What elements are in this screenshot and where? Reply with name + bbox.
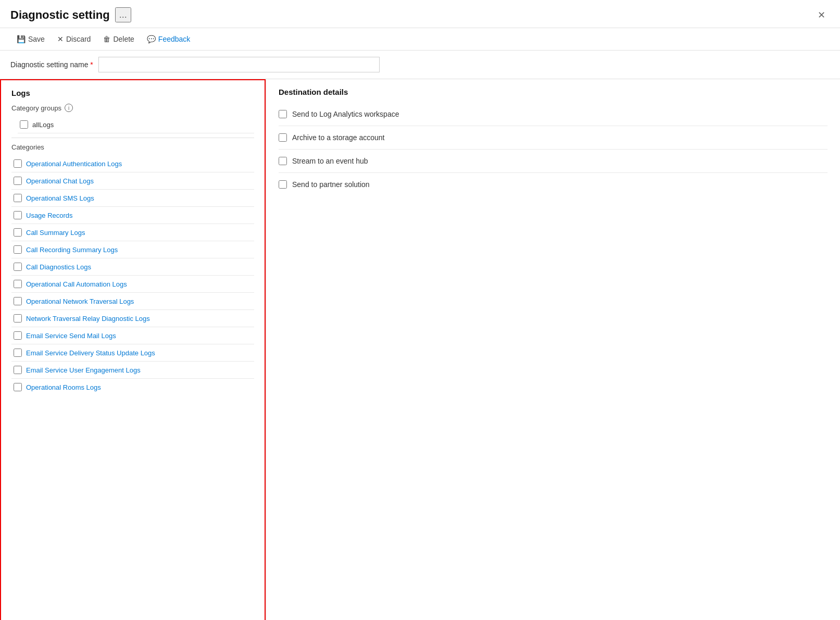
divider-line — [11, 138, 254, 138]
list-item: Email Service User Engagement Logs — [11, 362, 254, 379]
category-checkbox[interactable] — [14, 159, 22, 168]
category-label[interactable]: Operational Chat Logs — [26, 177, 94, 185]
logs-panel: Logs Category groups i allLogs Categorie… — [0, 79, 266, 620]
title-bar: Diagnostic setting ... ✕ — [0, 0, 840, 28]
list-item: Email Service Send Mail Logs — [11, 327, 254, 344]
category-checkbox[interactable] — [14, 263, 22, 271]
category-checkbox[interactable] — [14, 331, 22, 340]
category-label[interactable]: Email Service User Engagement Logs — [26, 366, 141, 374]
list-item: Operational Rooms Logs — [11, 379, 254, 395]
list-item: Network Traversal Relay Diagnostic Logs — [11, 310, 254, 327]
category-checkbox[interactable] — [14, 228, 22, 237]
list-item: Operational SMS Logs — [11, 190, 254, 207]
category-label[interactable]: Operational SMS Logs — [26, 194, 94, 202]
category-label[interactable]: Operational Network Traversal Logs — [26, 297, 134, 305]
destinations-list: Send to Log Analytics workspace Archive … — [279, 103, 828, 196]
destination-checkbox[interactable] — [279, 180, 287, 189]
delete-label: Delete — [113, 35, 134, 43]
destination-label[interactable]: Send to partner solution — [292, 180, 370, 189]
category-label[interactable]: Call Recording Summary Logs — [26, 246, 118, 254]
list-item: Operational Network Traversal Logs — [11, 293, 254, 310]
category-checkbox[interactable] — [14, 314, 22, 323]
destination-label[interactable]: Stream to an event hub — [292, 157, 368, 165]
alllogs-row: allLogs — [18, 116, 254, 133]
category-label[interactable]: Operational Authentication Logs — [26, 160, 122, 168]
category-label[interactable]: Email Service Delivery Status Update Log… — [26, 349, 155, 357]
category-label[interactable]: Call Diagnostics Logs — [26, 263, 91, 271]
destination-panel: Destination details Send to Log Analytic… — [266, 79, 840, 620]
discard-icon: ✕ — [57, 35, 64, 43]
list-item: Usage Records — [11, 207, 254, 224]
category-checkbox[interactable] — [14, 177, 22, 185]
categories-label: Categories — [11, 143, 254, 151]
toolbar: 💾 Save ✕ Discard 🗑 Delete 💬 Feedback — [0, 28, 840, 51]
logs-section-title: Logs — [11, 89, 254, 97]
destination-label[interactable]: Archive to a storage account — [292, 133, 384, 142]
list-item: Call Summary Logs — [11, 224, 254, 241]
ellipsis-button[interactable]: ... — [115, 7, 131, 22]
category-label[interactable]: Network Traversal Relay Diagnostic Logs — [26, 315, 150, 323]
destination-checkbox[interactable] — [279, 157, 287, 165]
list-item: Send to Log Analytics workspace — [279, 103, 828, 126]
title-bar-left: Diagnostic setting ... — [10, 7, 131, 22]
list-item: Stream to an event hub — [279, 150, 828, 173]
close-button[interactable]: ✕ — [813, 8, 830, 22]
setting-name-row: Diagnostic setting name * — [0, 51, 840, 79]
discard-label: Discard — [66, 35, 91, 43]
feedback-button[interactable]: 💬 Feedback — [141, 32, 196, 46]
page-title: Diagnostic setting — [10, 8, 110, 22]
list-item: Operational Call Automation Logs — [11, 276, 254, 293]
destination-label[interactable]: Send to Log Analytics workspace — [292, 110, 399, 118]
list-item: Call Diagnostics Logs — [11, 258, 254, 276]
main-content: Logs Category groups i allLogs Categorie… — [0, 79, 840, 620]
category-checkbox[interactable] — [14, 194, 22, 202]
category-checkbox[interactable] — [14, 349, 22, 357]
save-button[interactable]: 💾 Save — [10, 32, 51, 46]
category-checkbox[interactable] — [14, 211, 22, 219]
setting-name-input[interactable] — [98, 57, 380, 72]
destination-title: Destination details — [279, 88, 828, 96]
category-groups-subsection: Category groups i — [11, 104, 254, 112]
categories-section: Categories Operational Authentication Lo… — [11, 143, 254, 395]
discard-button[interactable]: ✕ Discard — [51, 32, 97, 46]
destination-checkbox[interactable] — [279, 110, 287, 118]
category-label[interactable]: Call Summary Logs — [26, 229, 85, 237]
list-item: Call Recording Summary Logs — [11, 241, 254, 258]
list-item: Email Service Delivery Status Update Log… — [11, 344, 254, 362]
list-item: Operational Authentication Logs — [11, 155, 254, 172]
save-icon: 💾 — [17, 35, 26, 43]
category-checkbox[interactable] — [14, 366, 22, 374]
destination-checkbox[interactable] — [279, 133, 287, 142]
save-label: Save — [28, 35, 45, 43]
category-checkbox[interactable] — [14, 280, 22, 288]
category-checkbox[interactable] — [14, 383, 22, 391]
setting-name-label: Diagnostic setting name * — [10, 60, 93, 69]
category-label[interactable]: Operational Rooms Logs — [26, 383, 101, 391]
required-indicator: * — [90, 60, 93, 69]
categories-list: Operational Authentication Logs Operatio… — [11, 155, 254, 395]
category-label[interactable]: Operational Call Automation Logs — [26, 280, 127, 288]
category-label[interactable]: Email Service Send Mail Logs — [26, 332, 116, 340]
category-checkbox[interactable] — [14, 245, 22, 254]
category-groups-label: Category groups — [11, 104, 61, 112]
category-checkbox[interactable] — [14, 297, 22, 305]
info-icon[interactable]: i — [65, 104, 73, 112]
feedback-label: Feedback — [158, 35, 190, 43]
list-item: Operational Chat Logs — [11, 172, 254, 190]
category-label[interactable]: Usage Records — [26, 212, 73, 219]
alllogs-label[interactable]: allLogs — [32, 121, 54, 129]
list-item: Archive to a storage account — [279, 126, 828, 150]
list-item: Send to partner solution — [279, 173, 828, 196]
feedback-icon: 💬 — [147, 35, 156, 43]
delete-button[interactable]: 🗑 Delete — [97, 32, 140, 46]
delete-icon: 🗑 — [103, 35, 110, 43]
alllogs-checkbox[interactable] — [20, 120, 28, 129]
